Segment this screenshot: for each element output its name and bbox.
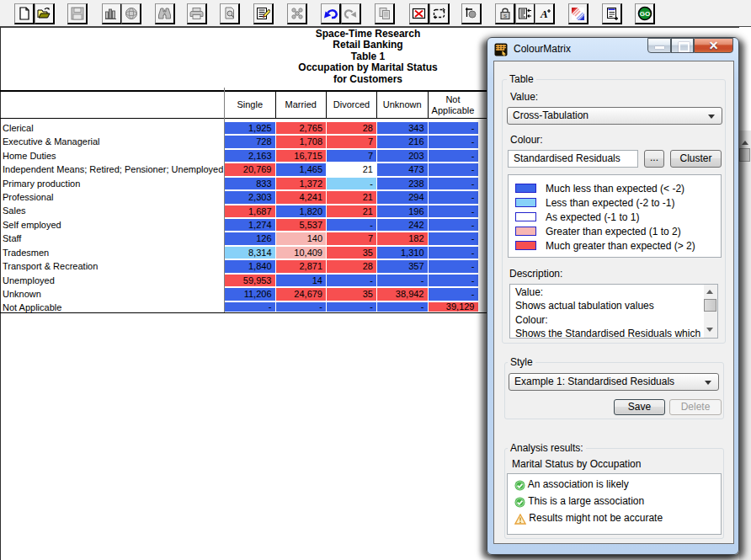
svg-text:A: A: [540, 8, 548, 20]
svg-text:GO: GO: [639, 10, 649, 18]
svg-text:S: S: [503, 13, 506, 19]
